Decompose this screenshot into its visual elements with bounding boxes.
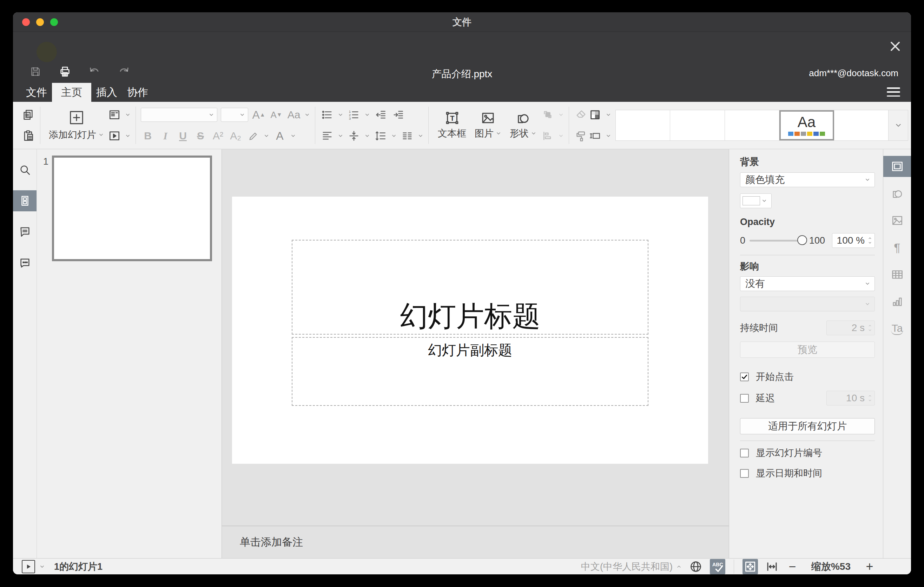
slide-size-button[interactable] xyxy=(588,128,602,143)
chevron-down-icon[interactable] xyxy=(338,133,343,139)
slide-canvas[interactable]: 幻灯片标题 幻灯片副标题 xyxy=(232,196,708,464)
font-size-select[interactable] xyxy=(221,108,248,122)
chevron-down-icon[interactable] xyxy=(365,133,370,139)
increase-font-button[interactable]: A▲ xyxy=(252,107,266,122)
arrange-objects-button[interactable] xyxy=(541,107,555,122)
underline-button[interactable]: U xyxy=(176,128,190,143)
vertical-align-button[interactable] xyxy=(347,128,361,143)
title-placeholder[interactable]: 幻灯片标题 xyxy=(292,240,648,335)
strikethrough-button[interactable]: S xyxy=(193,128,208,143)
start-slideshow-status-button[interactable] xyxy=(22,560,35,573)
language-selector[interactable]: 中文(中华人民共和国) xyxy=(581,560,682,573)
add-slide-button[interactable]: 添加幻灯片 xyxy=(45,102,107,149)
paragraph-settings-tab[interactable]: ¶ xyxy=(883,237,911,258)
background-fill-select[interactable]: 颜色填充 xyxy=(740,172,875,187)
notes-area[interactable]: 单击添加备注 xyxy=(222,526,729,558)
chevron-down-icon[interactable] xyxy=(125,133,130,139)
chevron-down-icon[interactable] xyxy=(304,112,310,118)
tab-collaboration[interactable]: 协作 xyxy=(122,83,153,102)
font-color-button[interactable]: A xyxy=(273,128,287,143)
tab-file[interactable]: 文件 xyxy=(21,83,52,102)
subscript-button[interactable]: A₂ xyxy=(229,128,243,143)
paste-button[interactable] xyxy=(21,128,35,143)
table-settings-tab[interactable] xyxy=(883,264,911,285)
chevron-down-icon[interactable] xyxy=(125,112,130,118)
image-settings-tab[interactable] xyxy=(883,210,911,231)
theme-item[interactable] xyxy=(616,110,670,140)
theme-item[interactable] xyxy=(834,110,888,140)
close-icon[interactable] xyxy=(889,40,902,53)
theme-item[interactable] xyxy=(725,110,779,140)
menu-icon[interactable] xyxy=(887,87,900,97)
theme-gallery-expand-button[interactable] xyxy=(889,110,908,141)
theme-item-selected[interactable]: Aa xyxy=(779,110,834,140)
zoom-in-button[interactable]: + xyxy=(863,559,876,574)
change-case-button[interactable]: Aa xyxy=(287,107,301,122)
clear-style-button[interactable] xyxy=(574,107,588,122)
zoom-out-button[interactable]: − xyxy=(786,559,799,574)
show-date-time-checkbox[interactable] xyxy=(740,469,749,478)
apply-to-all-slides-button[interactable]: 适用于所有幻灯片 xyxy=(740,418,875,434)
insert-image-button[interactable]: 图片 xyxy=(470,102,505,149)
superscript-button[interactable]: A² xyxy=(211,128,225,143)
numbered-list-button[interactable]: 123 xyxy=(347,107,361,122)
color-scheme-button[interactable] xyxy=(588,107,602,122)
tab-home[interactable]: 主页 xyxy=(52,83,91,102)
fit-to-slide-button[interactable] xyxy=(742,559,758,574)
opacity-spinner[interactable]: 100 % xyxy=(832,233,875,248)
background-color-swatch[interactable] xyxy=(740,193,772,208)
chevron-down-icon[interactable] xyxy=(606,112,611,118)
chevron-down-icon[interactable] xyxy=(264,133,269,139)
slide-thumbnail[interactable] xyxy=(52,155,212,261)
chevron-down-icon[interactable] xyxy=(39,564,45,569)
spellcheck-button[interactable]: ABC xyxy=(710,559,725,574)
fit-to-width-button[interactable] xyxy=(764,559,780,574)
delay-spinner[interactable]: 10 s xyxy=(827,391,875,406)
decrease-indent-button[interactable] xyxy=(373,107,388,122)
chat-button[interactable] xyxy=(13,252,36,273)
start-slideshow-button[interactable] xyxy=(107,128,122,143)
duration-spinner[interactable]: 2 s xyxy=(827,320,875,335)
align-objects-button[interactable] xyxy=(541,128,555,143)
theme-item[interactable] xyxy=(670,110,724,140)
italic-button[interactable]: I xyxy=(158,128,172,143)
chevron-down-icon[interactable] xyxy=(365,112,370,118)
opacity-slider[interactable] xyxy=(749,240,802,242)
change-layout-button[interactable] xyxy=(107,107,122,122)
search-button[interactable] xyxy=(13,159,36,180)
preview-button[interactable]: 预览 xyxy=(740,341,875,358)
subtitle-placeholder[interactable]: 幻灯片副标题 xyxy=(292,337,648,406)
insert-textbox-button[interactable]: T 文本框 xyxy=(434,102,470,149)
chevron-down-icon[interactable] xyxy=(606,133,611,139)
shape-settings-tab[interactable] xyxy=(883,183,911,204)
chevron-down-icon[interactable] xyxy=(338,112,343,118)
bold-button[interactable]: B xyxy=(141,128,155,143)
chevron-down-icon[interactable] xyxy=(418,133,423,139)
tab-insert[interactable]: 插入 xyxy=(91,83,122,102)
show-slide-number-checkbox[interactable] xyxy=(740,448,749,457)
start-on-click-checkbox[interactable] xyxy=(740,373,749,381)
copy-button[interactable] xyxy=(21,107,35,122)
line-spacing-button[interactable] xyxy=(373,128,388,143)
slide-settings-tab[interactable] xyxy=(883,156,911,177)
chevron-down-icon[interactable] xyxy=(290,133,296,139)
text-art-settings-tab[interactable]: Ta xyxy=(883,318,911,339)
opacity-slider-knob[interactable] xyxy=(797,235,807,245)
decrease-font-button[interactable]: A▼ xyxy=(269,107,283,122)
slides-panel-button[interactable] xyxy=(13,190,36,211)
columns-button[interactable] xyxy=(400,128,414,143)
delay-checkbox[interactable] xyxy=(740,394,749,403)
effect-select[interactable]: 没有 xyxy=(740,276,875,291)
chart-settings-tab[interactable] xyxy=(883,291,911,312)
font-name-select[interactable] xyxy=(141,108,217,122)
highlight-color-button[interactable] xyxy=(246,128,260,143)
insert-shape-button[interactable]: 形状 xyxy=(505,102,541,149)
effect-type-select[interactable] xyxy=(740,297,875,312)
comments-button[interactable] xyxy=(13,221,36,242)
bullet-list-button[interactable] xyxy=(320,107,334,122)
set-language-button[interactable] xyxy=(688,559,703,574)
increase-indent-button[interactable] xyxy=(391,107,405,122)
copy-style-button[interactable] xyxy=(574,128,588,143)
chevron-down-icon[interactable] xyxy=(391,133,397,139)
horizontal-align-button[interactable] xyxy=(320,128,334,143)
